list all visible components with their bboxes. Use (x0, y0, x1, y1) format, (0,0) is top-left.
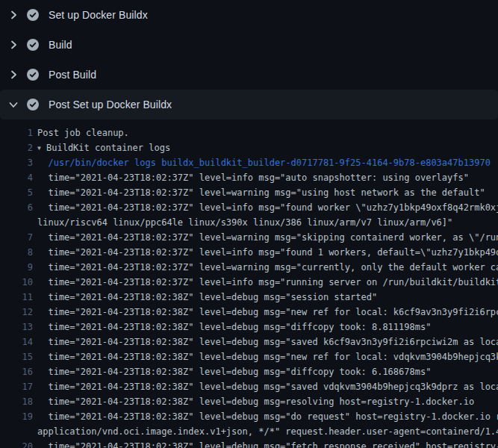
log-line-number[interactable]: 9 (0, 260, 33, 275)
log-line: application/vnd.oci.image.index.v1+json,… (0, 424, 498, 439)
log-line-text: Post job cleanup. (37, 125, 129, 140)
log-line: linux/riscv64 linux/ppc64le linux/s390x … (0, 215, 498, 230)
log-line: 7 time="2021-04-23T18:02:37Z" level=warn… (0, 230, 498, 245)
log-line-text: time="2021-04-23T18:02:38Z" level=debug … (37, 320, 431, 335)
log-line-number[interactable]: 13 (0, 320, 33, 335)
step-label: Build (49, 39, 72, 51)
check-circle-icon (27, 99, 39, 111)
log-line: 15 time="2021-04-23T18:02:38Z" level=deb… (0, 349, 498, 364)
log-line-text: time="2021-04-23T18:02:37Z" level=warnin… (37, 260, 498, 275)
log-line: 2 ▼BuildKit container logs (0, 140, 498, 155)
chevron-down-icon[interactable] (10, 99, 17, 111)
log-line-number[interactable]: 18 (0, 394, 33, 409)
triangle-down-icon[interactable]: ▼ (37, 141, 46, 156)
log-line-number[interactable]: 12 (0, 305, 33, 320)
log-line: 1 Post job cleanup. (0, 125, 498, 140)
log-line: 14 time="2021-04-23T18:02:38Z" level=deb… (0, 335, 498, 349)
log-line-text: application/vnd.oci.image.index.v1+json,… (37, 424, 498, 439)
log-line-message: time="2021-04-23T18:02:37Z" level=warnin… (37, 187, 485, 198)
log-line-message: time="2021-04-23T18:02:38Z" level=debug … (37, 307, 498, 317)
log-line-number[interactable]: 19 (0, 409, 33, 424)
step-label: Post Build (49, 69, 96, 81)
step-row[interactable]: Set up Docker Buildx (0, 0, 498, 30)
log-line: 3 /usr/bin/docker logs buildx_buildkit_b… (0, 155, 498, 170)
log-line-message: linux/riscv64 linux/ppc64le linux/s390x … (37, 217, 452, 228)
log-line: 11 time="2021-04-23T18:02:38Z" level=deb… (0, 290, 498, 305)
log-line-number[interactable]: 14 (0, 335, 33, 349)
log-line: 18 time="2021-04-23T18:02:38Z" level=deb… (0, 394, 498, 409)
step-row[interactable]: Post Build (0, 60, 498, 90)
log-line: 8 time="2021-04-23T18:02:37Z" level=info… (0, 245, 498, 260)
log-line-number[interactable]: 15 (0, 349, 33, 364)
log-line-text: time="2021-04-23T18:02:38Z" level=debug … (37, 290, 377, 305)
log-line-message: time="2021-04-23T18:02:38Z" level=debug … (37, 337, 498, 347)
log-line-number[interactable]: 6 (0, 200, 33, 215)
log-line-text: time="2021-04-23T18:02:37Z" level=info m… (37, 245, 498, 260)
log-line-message: time="2021-04-23T18:02:38Z" level=debug … (37, 352, 498, 362)
log-line: 5 time="2021-04-23T18:02:37Z" level=warn… (0, 185, 498, 200)
log-line-number[interactable]: 8 (0, 245, 33, 260)
log-line-number[interactable] (0, 215, 33, 230)
log-line-text: time="2021-04-23T18:02:38Z" level=debug … (37, 394, 474, 409)
log-line-message: /usr/bin/docker logs buildx_buildkit_bui… (37, 158, 491, 168)
log-line-text: time="2021-04-23T18:02:37Z" level=info m… (37, 200, 498, 215)
chevron-right-icon[interactable] (10, 39, 17, 51)
log-line-text: time="2021-04-23T18:02:38Z" level=debug … (37, 349, 498, 364)
log-line: 16 time="2021-04-23T18:02:38Z" level=deb… (0, 364, 498, 379)
chevron-right-icon[interactable] (10, 9, 17, 21)
log-line: 6 time="2021-04-23T18:02:37Z" level=info… (0, 200, 498, 215)
log-line-message: time="2021-04-23T18:02:38Z" level=debug … (37, 292, 377, 302)
log-line-text: time="2021-04-23T18:02:37Z" level=info m… (37, 170, 469, 185)
log-line: 4 time="2021-04-23T18:02:37Z" level=info… (0, 170, 498, 185)
log-line-number[interactable]: 17 (0, 379, 33, 394)
log-line: 10 time="2021-04-23T18:02:37Z" level=inf… (0, 275, 498, 290)
log-line-message: time="2021-04-23T18:02:38Z" level=debug … (37, 411, 498, 422)
log-line: 20 time="2021-04-23T18:02:38Z" level=deb… (0, 439, 498, 448)
log-line-text: time="2021-04-23T18:02:37Z" level=warnin… (37, 185, 485, 200)
log-line-message: time="2021-04-23T18:02:38Z" level=debug … (37, 322, 431, 332)
log-line-number[interactable]: 4 (0, 170, 33, 185)
log-line-text: time="2021-04-23T18:02:38Z" level=debug … (37, 305, 498, 320)
step-label: Post Set up Docker Buildx (49, 99, 172, 111)
log-line: 13 time="2021-04-23T18:02:38Z" level=deb… (0, 320, 498, 335)
log-line-text: time="2021-04-23T18:02:37Z" level=info m… (37, 275, 498, 290)
log-line-message: Post job cleanup. (37, 128, 129, 138)
log-body: 1 Post job cleanup. 2 ▼BuildKit containe… (0, 125, 498, 448)
check-circle-icon (27, 9, 39, 21)
log-line: 9 time="2021-04-23T18:02:37Z" level=warn… (0, 260, 498, 275)
chevron-right-icon[interactable] (10, 69, 17, 81)
log-line-text: time="2021-04-23T18:02:38Z" level=debug … (37, 379, 498, 394)
log-line-number[interactable]: 2 (0, 140, 33, 155)
log-line-text: time="2021-04-23T18:02:38Z" level=debug … (37, 409, 498, 424)
log-line-message: BuildKit container logs (46, 143, 170, 153)
step-row[interactable]: Post Set up Docker Buildx (0, 90, 498, 119)
log-viewer: 1 Post job cleanup. 2 ▼BuildKit containe… (0, 119, 498, 448)
log-line-message: time="2021-04-23T18:02:38Z" level=debug … (37, 396, 474, 407)
check-circle-icon (27, 69, 39, 81)
log-line-message: time="2021-04-23T18:02:38Z" level=debug … (37, 367, 431, 377)
step-row[interactable]: Build (0, 30, 498, 60)
log-line-text: ▼BuildKit container logs (37, 140, 170, 155)
log-line-number[interactable]: 1 (0, 125, 33, 140)
step-label: Set up Docker Buildx (49, 9, 148, 21)
log-line-message: time="2021-04-23T18:02:38Z" level=debug … (37, 382, 498, 392)
log-line-message: time="2021-04-23T18:02:37Z" level=warnin… (37, 262, 498, 273)
log-line-number[interactable]: 7 (0, 230, 33, 245)
log-line-message: time="2021-04-23T18:02:38Z" level=debug … (37, 441, 498, 448)
log-line-number[interactable]: 3 (0, 155, 33, 170)
log-line-message: time="2021-04-23T18:02:37Z" level=info m… (37, 202, 498, 213)
log-line-number[interactable]: 5 (0, 185, 33, 200)
log-line-text: /usr/bin/docker logs buildx_buildkit_bui… (37, 155, 491, 170)
log-line-number[interactable]: 11 (0, 290, 33, 305)
log-line-message: time="2021-04-23T18:02:37Z" level=info m… (37, 277, 498, 287)
log-line-number[interactable]: 16 (0, 364, 33, 379)
log-line: 17 time="2021-04-23T18:02:38Z" level=deb… (0, 379, 498, 394)
log-line-number[interactable] (0, 424, 33, 439)
check-circle-icon (27, 39, 39, 51)
log-line-text: time="2021-04-23T18:02:38Z" level=debug … (37, 364, 431, 379)
log-line-number[interactable]: 10 (0, 275, 33, 290)
log-line: 12 time="2021-04-23T18:02:38Z" level=deb… (0, 305, 498, 320)
log-line-message: time="2021-04-23T18:02:37Z" level=info m… (37, 247, 498, 258)
log-line-number[interactable]: 20 (0, 439, 33, 448)
steps-list: Set up Docker Buildx Build P (0, 0, 498, 119)
